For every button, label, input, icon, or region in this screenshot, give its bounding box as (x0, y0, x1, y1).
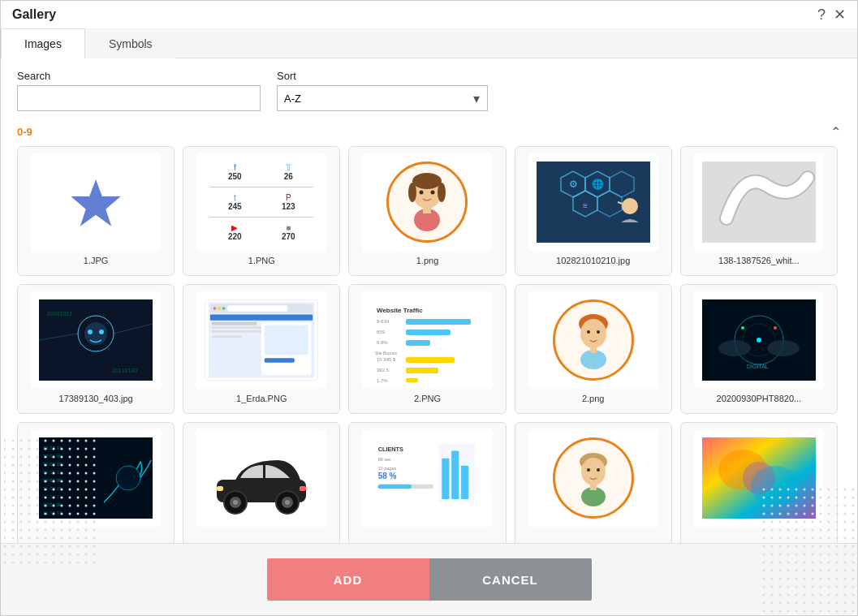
image-card[interactable]: 2.png (515, 284, 672, 414)
close-button[interactable]: ✕ (834, 7, 846, 22)
image-thumb: ⚙ 🌐 ≡ (528, 153, 658, 251)
image-card[interactable]: 1.JPG (17, 146, 175, 276)
image-thumb: CLIENTS 86 sec 12 pages 58 % (362, 429, 492, 527)
image-card[interactable] (183, 422, 340, 543)
svg-point-9 (420, 191, 424, 195)
svg-text:11 00 10: 11 00 10 (43, 462, 63, 467)
add-button[interactable]: ADD (267, 558, 429, 601)
svg-rect-53 (406, 330, 451, 335)
svg-point-74 (741, 326, 744, 330)
image-label: 1_Erda.PNG (236, 394, 287, 403)
search-input[interactable] (17, 85, 261, 111)
image-thumb: 01001011 10110100 (31, 291, 161, 389)
svg-point-64 (580, 319, 606, 348)
svg-point-75 (774, 326, 777, 330)
svg-rect-62 (406, 378, 418, 382)
tab-symbols[interactable]: Symbols (85, 28, 176, 58)
svg-text:Website Traffic: Website Traffic (377, 307, 423, 314)
traffic-thumb: Website Traffic 9-634 659 6.8% Site Boun… (370, 299, 484, 381)
sort-group: Sort A-Z Z-A Newest Oldest (277, 70, 488, 111)
image-thumb (362, 153, 492, 251)
erda-thumb (205, 299, 318, 381)
svg-rect-12 (423, 207, 431, 213)
search-sort-row: Search Sort A-Z Z-A Newest Oldest (1, 58, 857, 119)
image-card[interactable]: DIGITAL 20200930PHT8820... (680, 284, 838, 414)
svg-point-8 (438, 183, 446, 202)
image-label: 1.png (416, 256, 439, 265)
section-collapse-button[interactable]: ⌃ (830, 124, 841, 140)
star-thumb (63, 170, 128, 235)
svg-point-96 (285, 500, 290, 505)
svg-point-28 (88, 330, 93, 334)
svg-point-111 (581, 458, 606, 485)
image-card[interactable]: ⚙ 🌐 ≡ 102821010210.jpg (515, 146, 672, 276)
svg-text:659: 659 (377, 330, 386, 334)
svg-text:6.8%: 6.8% (377, 340, 388, 345)
svg-rect-101 (442, 459, 450, 499)
svg-text:10110100: 10110100 (112, 368, 137, 373)
image-card[interactable]: 01001011 10110100 17389130_403.jpg (17, 284, 175, 414)
svg-point-36 (213, 307, 217, 310)
svg-point-113 (597, 468, 600, 472)
image-grid: 1.JPG f 250 𝕋 26 (17, 146, 838, 543)
image-card[interactable]: 1.png (348, 146, 506, 276)
svg-text:⚙: ⚙ (568, 179, 577, 190)
svg-point-10 (431, 191, 435, 195)
image-card[interactable] (680, 422, 838, 543)
image-thumb: 01 10 11 10 01 00 11 00 10 01 10 11 10 0… (31, 429, 161, 527)
svg-rect-47 (265, 358, 295, 363)
svg-rect-98 (300, 486, 306, 491)
image-thumb (528, 429, 658, 527)
image-card[interactable]: f 250 𝕋 26 t 245 (183, 146, 340, 276)
avatar-girl-thumb (386, 162, 468, 243)
image-label: 138-1387526_whit... (718, 256, 800, 265)
svg-point-72 (718, 340, 751, 356)
help-button[interactable]: ? (817, 7, 826, 22)
svg-rect-115 (590, 484, 597, 490)
svg-text:01001011: 01001011 (47, 311, 72, 317)
svg-rect-102 (452, 451, 459, 499)
image-card[interactable] (515, 422, 672, 543)
svg-text:12 pages: 12 pages (378, 466, 397, 471)
svg-rect-58 (406, 357, 455, 363)
svg-marker-4 (71, 179, 120, 226)
image-label: 1.JPG (84, 256, 109, 265)
gallery-content: 0-9 ⌃ 1.JPG (1, 119, 857, 543)
svg-text:DIGITAL: DIGITAL (747, 364, 769, 369)
search-label: Search (17, 70, 261, 82)
image-card[interactable]: 1_Erda.PNG (183, 284, 340, 414)
svg-point-37 (218, 307, 221, 310)
colorful-thumb (702, 437, 816, 519)
image-card[interactable]: Website Traffic 9-634 659 6.8% Site Boun… (348, 284, 506, 414)
svg-rect-40 (210, 314, 313, 320)
svg-rect-41 (212, 322, 257, 325)
svg-text:01 10 11: 01 10 11 (43, 494, 63, 499)
svg-rect-68 (590, 347, 597, 353)
image-thumb (196, 291, 326, 389)
sort-select[interactable]: A-Z Z-A Newest Oldest (277, 85, 488, 111)
svg-rect-97 (217, 486, 223, 491)
tab-images[interactable]: Images (1, 28, 85, 58)
svg-text:🌐: 🌐 (591, 178, 603, 190)
svg-rect-24 (702, 162, 816, 243)
svg-text:10 345 $: 10 345 $ (377, 357, 396, 362)
svg-point-7 (408, 183, 416, 202)
svg-text:11 00 10: 11 00 10 (43, 486, 63, 491)
cancel-button[interactable]: CANCEL (429, 558, 592, 601)
image-card[interactable]: CLIENTS 86 sec 12 pages 58 % (348, 422, 506, 543)
image-card[interactable]: 01 10 11 10 01 00 11 00 10 01 10 11 10 0… (17, 422, 175, 543)
svg-point-65 (587, 330, 590, 334)
footer-row: ADD CANCEL (1, 543, 857, 615)
white-shape-thumb (702, 162, 816, 243)
svg-rect-39 (227, 305, 287, 311)
image-card[interactable]: 138-1387526_whit... (680, 146, 838, 276)
svg-text:01 10 11: 01 10 11 (43, 470, 63, 475)
svg-text:1.7%: 1.7% (377, 378, 388, 383)
svg-point-88 (116, 466, 140, 490)
image-grid-scroll[interactable]: 1.JPG f 250 𝕋 26 (17, 146, 841, 543)
dark-tech-thumb: DIGITAL (702, 299, 816, 381)
image-label: 20200930PHT8820... (717, 394, 802, 403)
svg-text:392.5: 392.5 (377, 368, 390, 373)
search-group: Search (17, 70, 261, 111)
stats-thumb: f 250 𝕋 26 t 245 (205, 157, 318, 247)
